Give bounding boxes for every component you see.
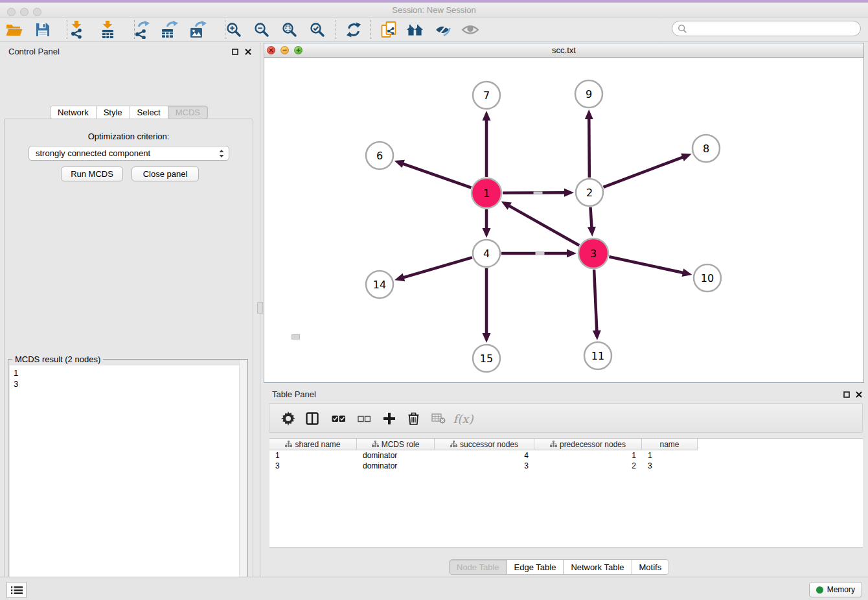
table-panel-tabs: Node TableEdge TableNetwork TableMotifs (449, 559, 669, 575)
table-row[interactable]: 3dominator323 (269, 461, 863, 471)
chevron-up-down-icon (218, 149, 225, 158)
criterion-select[interactable]: strongly connected component (29, 146, 229, 161)
cell-successor-nodes[interactable]: 3 (435, 461, 534, 471)
hide-graphics-details-icon[interactable] (432, 19, 454, 41)
tab-network[interactable]: Network (50, 106, 97, 119)
home-icon[interactable] (404, 19, 426, 41)
edge-label-mark (536, 252, 545, 255)
namespace-icon (285, 441, 292, 448)
refresh-layout-icon[interactable] (343, 19, 365, 41)
edge-label-mark (534, 192, 543, 194)
task-history-button[interactable] (6, 582, 27, 598)
table-row[interactable]: 1dominator411 (269, 450, 863, 461)
tab-network-table[interactable]: Network Table (563, 559, 632, 575)
open-session-icon[interactable] (3, 19, 25, 41)
edge-arrowhead (483, 228, 491, 238)
cell-shared-name[interactable]: 3 (269, 461, 357, 471)
table-body: 1dominator4113dominator323 (269, 450, 863, 548)
table-header-row: shared nameMCDS rolesuccessor nodesprede… (269, 438, 863, 450)
edge-arrowhead (564, 189, 574, 197)
column-header-predecessor-nodes[interactable]: predecessor nodes (534, 438, 642, 450)
cell-successor-nodes[interactable]: 4 (435, 450, 534, 461)
column-header-MCDS-role[interactable]: MCDS role (357, 438, 435, 450)
show-columns-icon[interactable] (301, 408, 323, 430)
network-window-titlebar[interactable]: scc.txt (264, 43, 863, 58)
criterion-selected-value: strongly connected component (36, 148, 218, 158)
graph-edge-3-11[interactable] (594, 270, 597, 332)
cell-predecessor-nodes[interactable]: 2 (534, 461, 642, 471)
close-panel-button[interactable]: Close panel (131, 167, 199, 181)
titlebar: Session: New Session (0, 3, 868, 17)
node-label-2: 2 (586, 187, 593, 199)
frame-resize-handle[interactable] (291, 334, 300, 340)
node-label-14: 14 (373, 279, 386, 291)
table-settings-icon[interactable] (277, 408, 299, 430)
run-mcds-button[interactable]: Run MCDS (61, 167, 123, 181)
search-field[interactable] (672, 21, 861, 36)
node-label-7: 7 (483, 89, 490, 102)
application-window: Session: New Session (0, 0, 868, 600)
graph-edge-1-6[interactable] (402, 163, 472, 187)
graph-edge-3-1[interactable] (508, 205, 579, 246)
header-filler (698, 438, 863, 450)
cell-shared-name[interactable]: 1 (269, 450, 357, 461)
table-toolbar: f(x) (269, 403, 863, 433)
search-input[interactable] (687, 23, 860, 34)
cell-MCDS-role[interactable]: dominator (357, 461, 435, 471)
toolbar-separator (336, 20, 336, 39)
tab-node-table[interactable]: Node Table (449, 559, 507, 575)
memory-button[interactable]: Memory (809, 582, 862, 597)
graph-edge-3-10[interactable] (609, 257, 683, 273)
column-header-name[interactable]: name (642, 438, 698, 450)
tab-motifs[interactable]: Motifs (632, 559, 670, 575)
memory-status-icon (816, 586, 823, 594)
node-label-15: 15 (480, 352, 493, 365)
clone-network-icon[interactable] (378, 19, 400, 41)
edge-arrowhead (567, 249, 577, 258)
tab-mcds[interactable]: MCDS (168, 106, 208, 119)
add-row-icon[interactable] (378, 408, 400, 430)
tab-edge-table[interactable]: Edge Table (507, 559, 564, 575)
float-table-panel-icon[interactable] (842, 390, 851, 399)
memory-label: Memory (827, 585, 855, 594)
cell-MCDS-role[interactable]: dominator (357, 450, 435, 461)
column-header-successor-nodes[interactable]: successor nodes (435, 438, 534, 450)
network-canvas[interactable]: 1234678910111415 (264, 58, 863, 382)
tab-select[interactable]: Select (130, 106, 168, 119)
graph-edge-2-8[interactable] (604, 157, 684, 187)
unselect-all-icon[interactable] (353, 408, 375, 430)
close-table-panel-icon[interactable] (854, 390, 863, 399)
graph-edge-4-14[interactable] (403, 257, 472, 277)
cell-name[interactable]: 3 (642, 461, 698, 471)
export-image-icon[interactable] (187, 19, 209, 41)
splitter-handle[interactable] (257, 302, 263, 314)
zoom-out-icon[interactable] (251, 19, 273, 41)
graph-edge-2-9[interactable] (589, 118, 589, 178)
edge-arrowhead (681, 154, 691, 161)
mcds-result-box: MCDS result (2 nodes) 13 (8, 359, 248, 600)
export-network-icon[interactable] (131, 19, 153, 41)
close-panel-icon[interactable] (244, 47, 253, 56)
select-all-icon[interactable] (328, 408, 350, 430)
edge-arrowhead (682, 268, 692, 277)
zoom-in-icon[interactable] (223, 19, 245, 41)
zoom-fit-icon[interactable] (279, 19, 301, 41)
import-network-icon[interactable] (66, 19, 88, 41)
float-panel-icon[interactable] (231, 47, 240, 56)
cell-name[interactable]: 1 (642, 450, 698, 461)
node-label-8: 8 (703, 143, 709, 155)
column-header-shared-name[interactable]: shared name (269, 438, 357, 450)
result-scrollbar[interactable] (239, 360, 247, 600)
zoom-selected-icon[interactable] (306, 19, 328, 41)
node-label-11: 11 (591, 350, 604, 362)
namespace-icon (550, 441, 557, 448)
delete-row-icon[interactable] (402, 408, 424, 430)
import-table-icon[interactable] (97, 19, 119, 41)
tab-style[interactable]: Style (96, 106, 130, 119)
optimization-criterion-label: Optimization criterion: (0, 132, 257, 141)
export-table-icon[interactable] (159, 19, 181, 41)
cell-predecessor-nodes[interactable]: 1 (534, 450, 642, 461)
save-session-icon[interactable] (32, 19, 54, 41)
graph-edge-2-3[interactable] (590, 207, 591, 228)
mcds-result-text[interactable]: 13 (10, 365, 246, 600)
